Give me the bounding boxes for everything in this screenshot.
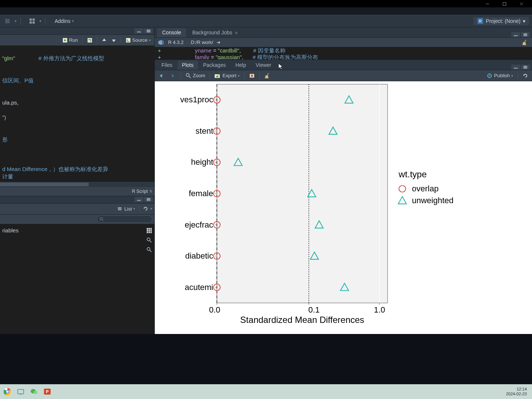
- menu-bar: [0, 7, 532, 15]
- tab-label: Plots: [182, 62, 194, 68]
- taskbar-powerpoint-icon[interactable]: P: [42, 386, 52, 397]
- source-type-label[interactable]: R Script: [132, 189, 148, 194]
- source-pane-header: [0, 27, 154, 35]
- search-icon[interactable]: [146, 237, 152, 243]
- system-tray[interactable]: 12:14 2024-02-23: [506, 387, 530, 396]
- taskbar-chrome-icon[interactable]: [2, 386, 13, 397]
- tab-viewer[interactable]: Viewer: [251, 61, 276, 70]
- publish-button[interactable]: Publish ▾: [485, 72, 515, 79]
- project-menu[interactable]: R Project: (None) ▾: [473, 17, 529, 25]
- svg-marker-43: [279, 64, 283, 69]
- window-close-button[interactable]: [513, 0, 530, 7]
- env-search-input[interactable]: [97, 215, 152, 223]
- plot-prev-button[interactable]: [157, 72, 167, 79]
- down-arrow-button[interactable]: [110, 37, 118, 44]
- rerun-button[interactable]: [86, 37, 94, 44]
- env-row[interactable]: riables: [2, 226, 152, 235]
- up-arrow-button[interactable]: [100, 37, 108, 44]
- pane-maximize-button[interactable]: [144, 197, 153, 202]
- source-button[interactable]: Source ▾: [124, 37, 152, 44]
- tab-packages[interactable]: Packages: [199, 61, 230, 70]
- svg-rect-7: [30, 21, 32, 24]
- publish-label: Publish: [494, 73, 510, 78]
- goto-wd-icon[interactable]: [216, 40, 221, 45]
- delete-icon: [249, 73, 255, 78]
- tab-plots[interactable]: Plots: [178, 61, 198, 70]
- env-pane-header: [0, 196, 154, 204]
- toolbar-grid-button[interactable]: [28, 17, 37, 25]
- r-logo-icon: R: [158, 40, 165, 45]
- refresh-icon[interactable]: [143, 206, 148, 211]
- project-label: Project: (None): [486, 18, 521, 24]
- svg-point-111: [34, 391, 37, 394]
- code-text: "): [2, 114, 6, 120]
- pane-maximize-button[interactable]: [521, 32, 530, 37]
- export-button[interactable]: Export ▾: [213, 72, 241, 79]
- svg-rect-1: [503, 2, 506, 5]
- pane-minimize-button[interactable]: [134, 197, 143, 202]
- zoom-button[interactable]: Zoom: [184, 72, 207, 79]
- pane-minimize-button[interactable]: [511, 32, 520, 37]
- console-output[interactable]: + yname = "cardbill", # 因变量名称 + family =…: [155, 47, 532, 60]
- code-comment: 计量: [2, 173, 13, 180]
- env-row[interactable]: [2, 235, 152, 245]
- tab-console[interactable]: Console: [157, 28, 186, 37]
- arrow-up-icon: [102, 38, 107, 43]
- source-footer: R Script ⇅: [0, 187, 154, 196]
- chevron-down-icon: ▾: [40, 19, 41, 23]
- tab-label: Console: [162, 30, 181, 35]
- svg-rect-4: [5, 19, 10, 23]
- svg-point-26: [100, 217, 103, 220]
- arrow-down-icon: [111, 38, 116, 43]
- svg-text:0.0: 0.0: [209, 305, 221, 314]
- remove-plot-button[interactable]: [248, 72, 256, 79]
- export-icon: [214, 73, 221, 78]
- svg-rect-12: [147, 30, 150, 33]
- pane-minimize-button[interactable]: [134, 28, 143, 34]
- code-text: "glm": [2, 55, 15, 61]
- tab-files[interactable]: Files: [157, 61, 177, 70]
- working-dir-label[interactable]: D:/R work/: [191, 40, 214, 45]
- run-button[interactable]: Run: [61, 37, 79, 44]
- pane-maximize-button[interactable]: [144, 28, 153, 34]
- console-tabs: Console Background Jobs✕: [155, 27, 532, 38]
- svg-rect-61: [217, 84, 388, 303]
- svg-point-35: [147, 248, 150, 250]
- toolbar-button-1[interactable]: [3, 17, 12, 25]
- clear-console-icon[interactable]: [522, 39, 528, 46]
- addins-label: Addins: [55, 18, 71, 24]
- addins-menu[interactable]: Addins ▾: [52, 17, 76, 25]
- svg-rect-45: [524, 66, 527, 69]
- source-editor[interactable]: "glm" # 外推方法为广义线性模型 信区间、P值 ula.ps, ") 形 …: [0, 46, 154, 187]
- svg-text:0.1: 0.1: [308, 305, 320, 314]
- editor-scrollbar[interactable]: [0, 182, 154, 187]
- plot-next-button[interactable]: [168, 72, 178, 79]
- taskbar-wechat-icon[interactable]: [29, 386, 39, 397]
- svg-rect-15: [88, 38, 92, 42]
- grid-icon[interactable]: [146, 228, 152, 233]
- code-comment: 信区间、P值: [2, 77, 34, 83]
- tab-help[interactable]: Help: [231, 61, 250, 70]
- pane-minimize-button[interactable]: [511, 65, 520, 70]
- chevron-down-icon: ▾: [511, 74, 513, 78]
- refresh-plot-button[interactable]: [521, 72, 530, 79]
- svg-rect-11: [137, 31, 141, 33]
- svg-marker-17: [102, 38, 106, 41]
- taskbar-app-icon[interactable]: [16, 386, 26, 397]
- tab-background-jobs[interactable]: Background Jobs✕: [187, 28, 243, 37]
- close-icon[interactable]: ✕: [235, 31, 238, 35]
- clear-all-button[interactable]: [263, 72, 272, 80]
- code-comment: 形: [2, 136, 8, 143]
- window-minimize-button[interactable]: [479, 0, 496, 7]
- env-row[interactable]: [2, 245, 152, 255]
- chevron-down-icon: ▾: [523, 18, 525, 24]
- code-comment: d Mean Difference，）也被称为标准化差异: [2, 166, 108, 172]
- source-toolbar: Run Source ▾: [0, 35, 154, 46]
- svg-rect-37: [514, 35, 518, 36]
- svg-text:R: R: [162, 41, 165, 45]
- console-info-bar: R R 4.3.2 · D:/R work/: [155, 38, 532, 47]
- search-icon[interactable]: [146, 247, 152, 253]
- env-view-menu[interactable]: List ▾: [125, 206, 135, 212]
- pane-maximize-button[interactable]: [521, 65, 530, 70]
- window-maximize-button[interactable]: [496, 0, 513, 7]
